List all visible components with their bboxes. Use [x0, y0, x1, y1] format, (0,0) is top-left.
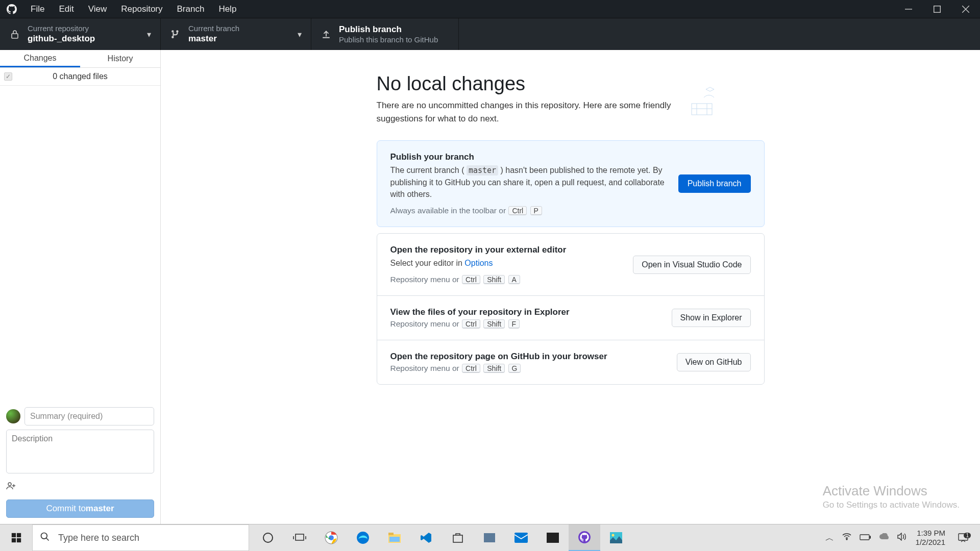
battery-icon[interactable] — [855, 533, 875, 543]
sidebar-tabs: Changes History — [0, 50, 160, 68]
repo-name: github-_desktop — [28, 33, 95, 44]
search-icon — [40, 532, 50, 544]
explorer-card-hint: Repository menu or Ctrl Shift F — [390, 319, 659, 329]
github-card: Open the repository page on GitHub in yo… — [377, 340, 764, 384]
tab-changes[interactable]: Changes — [0, 50, 80, 67]
chrome-icon[interactable] — [315, 524, 347, 551]
onedrive-icon[interactable] — [875, 533, 893, 543]
publish-branch-button[interactable]: Publish branch — [678, 174, 751, 193]
avatar — [6, 409, 20, 423]
task-view-icon[interactable] — [284, 524, 315, 551]
volume-icon[interactable] — [893, 533, 911, 543]
svg-rect-15 — [388, 533, 394, 535]
explorer-card-title: View the files of your repository in Exp… — [390, 307, 659, 317]
toolbar: Current repository github-_desktop ▾ Cur… — [0, 18, 980, 50]
tab-history[interactable]: History — [80, 50, 160, 67]
taskbar-search[interactable]: Type here to search — [32, 524, 249, 551]
menu-branch[interactable]: Branch — [170, 0, 212, 18]
svg-point-9 — [263, 533, 273, 542]
wifi-icon[interactable] — [838, 533, 855, 543]
svg-rect-18 — [514, 533, 528, 543]
changed-files-header: ✓ 0 changed files — [0, 68, 160, 86]
editor-card: Open the repository in your external edi… — [377, 234, 764, 296]
svg-rect-16 — [389, 537, 400, 542]
publish-label: Publish branch — [339, 24, 438, 35]
open-editor-button[interactable]: Open in Visual Studio Code — [633, 256, 750, 274]
publish-card: Publish your branch The current branch (… — [377, 140, 765, 227]
system-tray: ︿ 1:39 PM 1/2/2021 1 — [821, 524, 980, 551]
sidebar: Changes History ✓ 0 changed files Commit… — [0, 50, 161, 524]
svg-rect-6 — [11, 538, 15, 542]
start-button[interactable] — [0, 524, 32, 551]
maximize-button[interactable] — [923, 0, 951, 18]
notifications-icon[interactable]: 1 — [950, 533, 976, 542]
terminal-icon[interactable] — [537, 524, 569, 551]
show-in-explorer-button[interactable]: Show in Explorer — [672, 309, 751, 327]
menu-file[interactable]: File — [23, 0, 52, 18]
current-branch-selector[interactable]: Current branch master ▾ — [161, 18, 311, 50]
close-button[interactable] — [951, 0, 980, 18]
branch-name: master — [188, 33, 239, 44]
store-icon[interactable] — [442, 524, 474, 551]
svg-rect-1 — [12, 34, 18, 38]
photos-icon[interactable] — [600, 524, 632, 551]
taskbar: Type here to search ︿ 1:39 PM 1/2/2021 1 — [0, 524, 980, 551]
svg-rect-4 — [11, 533, 15, 537]
svg-point-2 — [8, 483, 11, 486]
svg-point-8 — [41, 533, 47, 539]
mail-icon[interactable] — [505, 524, 537, 551]
tray-chevron-icon[interactable]: ︿ — [821, 532, 838, 544]
svg-rect-10 — [296, 534, 304, 540]
publish-card-title: Publish your branch — [390, 152, 666, 162]
chevron-down-icon: ▾ — [298, 30, 302, 39]
publish-sub: Publish this branch to GitHub — [339, 35, 438, 44]
menu-repository[interactable]: Repository — [114, 0, 169, 18]
empty-state-illustration-icon — [681, 79, 722, 120]
minimize-button[interactable] — [894, 0, 923, 18]
publish-card-hint: Always available in the toolbar or Ctrl … — [390, 206, 666, 215]
svg-rect-5 — [16, 533, 20, 537]
svg-rect-0 — [934, 6, 941, 12]
search-placeholder: Type here to search — [58, 533, 139, 543]
github-logo-icon — [5, 3, 18, 16]
vscode-icon[interactable] — [410, 524, 442, 551]
view-on-github-button[interactable]: View on GitHub — [677, 353, 751, 371]
explorer-icon[interactable] — [379, 524, 410, 551]
options-link[interactable]: Options — [464, 259, 493, 267]
svg-rect-7 — [16, 538, 20, 542]
titlebar: File Edit View Repository Branch Help — [0, 0, 980, 18]
publish-branch-toolbar-button[interactable]: Publish branch Publish this branch to Gi… — [311, 18, 459, 50]
windows-activation-watermark: Activate Windows Go to Settings to activ… — [823, 483, 960, 510]
editor-card-title: Open the repository in your external edi… — [390, 245, 621, 255]
menu-view[interactable]: View — [81, 0, 114, 18]
changed-files-count: 0 changed files — [18, 72, 160, 81]
main-panel: No local changes There are no uncommitte… — [161, 50, 980, 524]
chevron-down-icon: ▾ — [147, 30, 151, 39]
svg-rect-17 — [453, 535, 462, 542]
taskbar-clock[interactable]: 1:39 PM 1/2/2021 — [911, 529, 950, 547]
svg-rect-24 — [870, 536, 871, 538]
app-icon-1[interactable] — [474, 524, 505, 551]
upload-icon — [321, 30, 332, 39]
svg-rect-3 — [692, 104, 712, 115]
github-desktop-taskbar-icon[interactable] — [569, 524, 600, 551]
github-card-title: Open the repository page on GitHub in yo… — [390, 352, 665, 362]
commit-description-input[interactable] — [6, 430, 154, 473]
commit-form: Commit to master — [0, 401, 160, 524]
select-all-checkbox[interactable]: ✓ — [4, 72, 12, 81]
svg-point-13 — [357, 532, 369, 544]
commit-summary-input[interactable] — [24, 407, 154, 425]
menu-help[interactable]: Help — [211, 0, 243, 18]
cortana-icon[interactable] — [252, 524, 284, 551]
lock-icon — [9, 30, 20, 39]
explorer-card: View the files of your repository in Exp… — [377, 296, 764, 340]
edge-icon[interactable] — [347, 524, 379, 551]
commit-button-branch: master — [86, 504, 114, 514]
menu-edit[interactable]: Edit — [52, 0, 81, 18]
commit-button[interactable]: Commit to master — [6, 499, 154, 518]
branch-label: Current branch — [188, 24, 239, 33]
current-repository-selector[interactable]: Current repository github-_desktop ▾ — [0, 18, 161, 50]
add-coauthor-icon[interactable] — [6, 481, 154, 492]
page-subtitle: There are no uncommitted changes in this… — [377, 99, 693, 125]
branch-icon — [170, 29, 181, 39]
